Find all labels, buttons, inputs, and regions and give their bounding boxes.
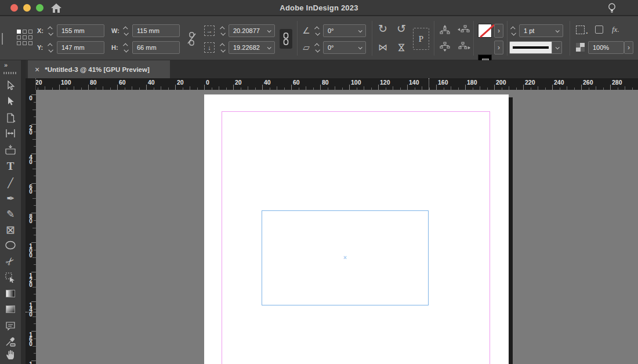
- w-input[interactable]: 115 mm: [132, 24, 180, 37]
- pencil-tool[interactable]: ✎: [0, 206, 21, 221]
- scale-y-icon: ↓: [204, 42, 215, 53]
- stroke-type-chevron[interactable]: [552, 41, 562, 54]
- select-previous-object-icon[interactable]: [458, 25, 470, 37]
- ruler-origin-corner[interactable]: [26, 78, 36, 90]
- h-stepper[interactable]: [122, 41, 129, 54]
- stroke-weight-combo[interactable]: 1 pt: [519, 24, 563, 37]
- rotate-clockwise-icon[interactable]: ↻: [376, 23, 390, 35]
- flip-state-indicator: P: [413, 28, 429, 50]
- stroke-swatch-menu-button[interactable]: ›: [494, 41, 503, 54]
- effects-fx-button[interactable]: fx.: [612, 25, 619, 34]
- graphic-frame[interactable]: ×: [262, 210, 429, 305]
- chevron-down-icon: [267, 28, 271, 32]
- hand-tool[interactable]: [0, 347, 21, 362]
- vertical-ruler[interactable]: 020406080100120140160180: [26, 90, 36, 364]
- flip-vertical-icon[interactable]: ⋈: [396, 41, 407, 54]
- ellipse-tool[interactable]: [0, 238, 21, 253]
- scale-x-icon: →: [204, 26, 215, 36]
- chevron-down-icon: [555, 45, 559, 49]
- horizontal-ruler[interactable]: 1201008060402002040608010012014016018020…: [26, 78, 638, 90]
- chevron-down-icon: [556, 28, 560, 32]
- stroke-type-combo[interactable]: [509, 41, 552, 54]
- chevron-down-icon: [267, 45, 271, 49]
- select-container-icon[interactable]: [439, 25, 451, 37]
- document-page[interactable]: ×: [204, 94, 509, 364]
- select-content-icon[interactable]: [439, 42, 451, 54]
- rotation-stepper[interactable]: [313, 24, 321, 37]
- learn-lightbulb-icon[interactable]: [606, 2, 618, 14]
- y-input[interactable]: 147 mm: [57, 41, 104, 54]
- app-title: Adobe InDesign 2023: [0, 3, 638, 12]
- w-field-label: W:: [111, 24, 119, 37]
- tab-bar: × *Untitled-3 @ 41% [GPU Preview]: [21, 60, 638, 78]
- opacity-checker-icon[interactable]: [576, 43, 585, 52]
- select-next-object-icon[interactable]: [458, 42, 470, 54]
- shear-icon: ▱: [300, 42, 312, 53]
- frame-center-mark: ×: [343, 254, 347, 261]
- reference-point-proxy[interactable]: [17, 30, 32, 45]
- content-collector-tool[interactable]: [0, 142, 21, 157]
- note-tool[interactable]: [0, 318, 21, 333]
- control-panel: X: 155 mm Y: 147 mm W: 115 mm H: 66 mm →…: [0, 16, 638, 60]
- gap-tool[interactable]: [0, 126, 21, 141]
- expand-tools-panel-icon[interactable]: »: [4, 61, 7, 68]
- tools-panel: » T: [0, 60, 21, 364]
- panel-dock-handle[interactable]: [2, 33, 3, 45]
- constrain-scale-link-icon[interactable]: [280, 29, 292, 49]
- pasteboard[interactable]: ×: [36, 90, 638, 364]
- corner-options-dot: .: [586, 27, 588, 35]
- free-transform-tool[interactable]: [0, 270, 21, 285]
- page-tool[interactable]: [0, 110, 21, 125]
- chevron-down-icon: [358, 45, 362, 49]
- scale-y-combo[interactable]: 19.22682: [229, 41, 275, 54]
- stroke-weight-stepper[interactable]: [509, 24, 517, 37]
- fill-color-swatch-none[interactable]: [478, 24, 492, 38]
- corner-shape-icon[interactable]: [595, 26, 603, 34]
- opacity-menu-button[interactable]: ›: [624, 41, 633, 54]
- ruler-y-position-indicator: [26, 312, 36, 312]
- corner-options-icon[interactable]: [576, 26, 585, 34]
- type-tool[interactable]: T: [0, 159, 21, 174]
- page-shadow: [509, 97, 513, 364]
- x-stepper[interactable]: [46, 24, 54, 37]
- fill-swatch-menu-button[interactable]: ›: [494, 24, 503, 38]
- y-stepper[interactable]: [46, 41, 54, 54]
- direct-selection-tool[interactable]: [0, 94, 21, 109]
- x-field-label: X:: [37, 24, 44, 37]
- gradient-feather-tool[interactable]: [0, 301, 21, 316]
- shear-stepper[interactable]: [313, 41, 321, 54]
- line-tool[interactable]: ╱: [0, 175, 21, 190]
- scale-y-stepper[interactable]: [219, 41, 226, 54]
- shear-combo[interactable]: 0°: [323, 41, 366, 54]
- titlebar: Adobe InDesign 2023: [0, 0, 638, 16]
- chevron-down-icon: [358, 28, 362, 32]
- x-input[interactable]: 155 mm: [57, 24, 104, 37]
- tools-panel-drag-handle[interactable]: [3, 72, 17, 74]
- y-field-label: Y:: [37, 41, 43, 54]
- pen-tool[interactable]: ✒: [0, 191, 21, 206]
- rotate-counterclockwise-icon[interactable]: ↺: [394, 23, 408, 35]
- document-tab[interactable]: × *Untitled-3 @ 41% [GPU Preview]: [28, 60, 170, 78]
- indesign-window: Adobe InDesign 2023 X: 155 mm Y: 147 mm …: [0, 0, 638, 364]
- h-input[interactable]: 66 mm: [132, 41, 180, 54]
- panel-edge-strip: [21, 60, 26, 364]
- rotation-angle-icon: ∠: [300, 25, 312, 37]
- ruler-x-position-indicator: [429, 78, 429, 90]
- document-tab-title: *Untitled-3 @ 41% [GPU Preview]: [45, 66, 150, 73]
- flip-horizontal-icon[interactable]: ⋈: [376, 42, 390, 53]
- rectangle-frame-tool[interactable]: ⊠: [0, 222, 21, 237]
- scissors-tool[interactable]: ✂: [0, 254, 21, 269]
- opacity-input[interactable]: 100%: [588, 41, 624, 54]
- selection-tool[interactable]: [0, 78, 21, 93]
- scale-x-stepper[interactable]: [219, 24, 226, 37]
- constrain-dimensions-broken-link-icon[interactable]: [186, 31, 197, 49]
- scale-x-combo[interactable]: 20.20877: [229, 24, 275, 37]
- rotation-combo[interactable]: 0°: [323, 24, 366, 37]
- h-field-label: H:: [111, 41, 118, 54]
- close-tab-icon[interactable]: ×: [35, 65, 39, 74]
- w-stepper[interactable]: [122, 24, 129, 37]
- gradient-swatch-tool[interactable]: [0, 286, 21, 301]
